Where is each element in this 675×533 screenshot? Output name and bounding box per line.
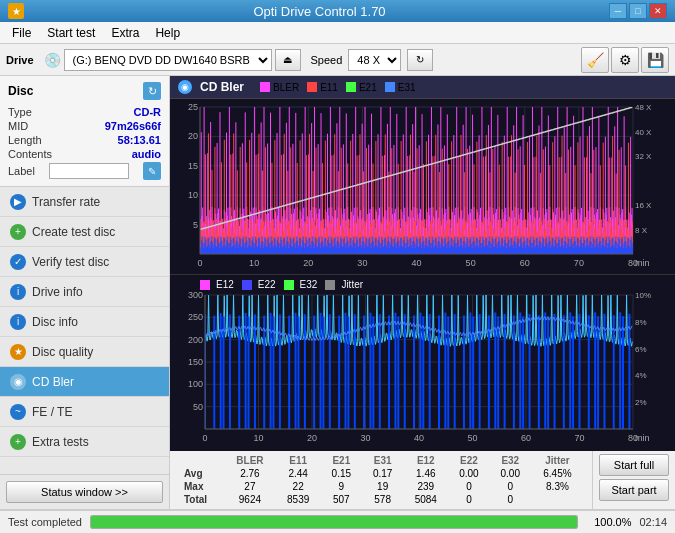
menubar: File Start test Extra Help bbox=[0, 22, 675, 44]
menu-help[interactable]: Help bbox=[147, 24, 188, 42]
sidebar-item-disc-quality[interactable]: ★ Disc quality bbox=[0, 337, 169, 367]
legend-bler-color bbox=[260, 82, 270, 92]
close-button[interactable]: ✕ bbox=[649, 3, 667, 19]
menu-extra[interactable]: Extra bbox=[103, 24, 147, 42]
speed-label: Speed bbox=[311, 54, 343, 66]
disc-label-input[interactable] bbox=[49, 163, 129, 179]
disc-mid-value: 97m26s66f bbox=[105, 120, 161, 132]
legend-e32-label: E32 bbox=[300, 279, 318, 290]
progress-bar bbox=[90, 515, 578, 529]
sidebar-item-disc-info-label: Disc info bbox=[32, 315, 78, 329]
status-window-button[interactable]: Status window >> bbox=[6, 481, 163, 503]
table-cell: 8539 bbox=[276, 493, 321, 506]
progress-text: 100.0% bbox=[586, 516, 631, 528]
top-legend: BLER E11 E21 E31 bbox=[260, 82, 416, 93]
col-bler: BLER bbox=[224, 454, 276, 467]
col-e22: E22 bbox=[448, 454, 489, 467]
table-cell: 0 bbox=[490, 493, 531, 506]
sidebar-item-transfer-rate[interactable]: ▶ Transfer rate bbox=[0, 187, 169, 217]
start-full-button[interactable]: Start full bbox=[599, 454, 669, 476]
bottom-area: BLER E11 E21 E31 E12 E22 E32 Jitter Avg2… bbox=[170, 450, 675, 509]
sidebar-item-cd-bler[interactable]: ◉ CD Bler bbox=[0, 367, 169, 397]
sidebar-item-verify-test-disc-label: Verify test disc bbox=[32, 255, 109, 269]
legend-e22-color bbox=[242, 280, 252, 290]
cd-bler-chart-icon: ◉ bbox=[178, 80, 192, 94]
content-area: ◉ CD Bler BLER E11 E21 E31 bbox=[170, 76, 675, 509]
disc-mid-label: MID bbox=[8, 120, 28, 132]
drive-select[interactable]: (G:) BENQ DVD DD DW1640 BSRB bbox=[64, 49, 272, 71]
drive-info-icon: i bbox=[10, 284, 26, 300]
menu-file[interactable]: File bbox=[4, 24, 39, 42]
disc-contents-value: audio bbox=[132, 148, 161, 160]
menu-start-test[interactable]: Start test bbox=[39, 24, 103, 42]
legend-e21-color bbox=[346, 82, 356, 92]
toolbar-icons: 🧹 ⚙ 💾 bbox=[581, 47, 669, 73]
disc-type-value: CD-R bbox=[134, 106, 162, 118]
disc-refresh-button[interactable]: ↻ bbox=[143, 82, 161, 100]
stats-table: BLER E11 E21 E31 E12 E22 E32 Jitter Avg2… bbox=[178, 454, 584, 506]
minimize-button[interactable]: ─ bbox=[609, 3, 627, 19]
col-jitter: Jitter bbox=[531, 454, 584, 467]
speed-select[interactable]: 48 X bbox=[348, 49, 401, 71]
table-row: Max2722919239008.3% bbox=[178, 480, 584, 493]
col-e32: E32 bbox=[490, 454, 531, 467]
sidebar-item-verify-test-disc[interactable]: ✓ Verify test disc bbox=[0, 247, 169, 277]
drive-label: Drive bbox=[6, 54, 34, 66]
legend-jitter: Jitter bbox=[325, 279, 363, 290]
sidebar-item-fe-te[interactable]: ~ FE / TE bbox=[0, 397, 169, 427]
sidebar-item-drive-info[interactable]: i Drive info bbox=[0, 277, 169, 307]
create-test-disc-icon: + bbox=[10, 224, 26, 240]
row-label: Avg bbox=[178, 467, 224, 480]
sidebar-item-transfer-rate-label: Transfer rate bbox=[32, 195, 100, 209]
disc-type-label: Type bbox=[8, 106, 32, 118]
table-cell: 1.46 bbox=[403, 467, 448, 480]
erase-button[interactable]: 🧹 bbox=[581, 47, 609, 73]
disc-length-label: Length bbox=[8, 134, 42, 146]
maximize-button[interactable]: □ bbox=[629, 3, 647, 19]
main-layout: Disc ↻ Type CD-R MID 97m26s66f Length 58… bbox=[0, 76, 675, 509]
sidebar: Disc ↻ Type CD-R MID 97m26s66f Length 58… bbox=[0, 76, 170, 509]
eject-button[interactable]: ⏏ bbox=[275, 49, 301, 71]
legend-e22-label: E22 bbox=[258, 279, 276, 290]
elapsed-time: 02:14 bbox=[639, 516, 667, 528]
verify-test-disc-icon: ✓ bbox=[10, 254, 26, 270]
drivebar: Drive 💿 (G:) BENQ DVD DD DW1640 BSRB ⏏ S… bbox=[0, 44, 675, 76]
transfer-rate-icon: ▶ bbox=[10, 194, 26, 210]
bottom-legend: E12 E22 E32 Jitter bbox=[200, 279, 363, 290]
table-cell: 2.44 bbox=[276, 467, 321, 480]
legend-e31: E31 bbox=[385, 82, 416, 93]
window-controls: ─ □ ✕ bbox=[609, 3, 667, 19]
sidebar-item-disc-info[interactable]: i Disc info bbox=[0, 307, 169, 337]
fe-te-icon: ~ bbox=[10, 404, 26, 420]
table-row: Avg2.762.440.150.171.460.000.006.45% bbox=[178, 467, 584, 480]
table-cell: 0.00 bbox=[448, 467, 489, 480]
disc-label-key: Label bbox=[8, 165, 35, 177]
table-cell: 8.3% bbox=[531, 480, 584, 493]
sidebar-item-extra-tests[interactable]: + Extra tests bbox=[0, 427, 169, 457]
legend-e12-label: E12 bbox=[216, 279, 234, 290]
table-cell: 9624 bbox=[224, 493, 276, 506]
cd-bler-icon: ◉ bbox=[10, 374, 26, 390]
start-part-button[interactable]: Start part bbox=[599, 479, 669, 501]
titlebar: ★ Opti Drive Control 1.70 ─ □ ✕ bbox=[0, 0, 675, 22]
disc-label-button[interactable]: ✎ bbox=[143, 162, 161, 180]
legend-bler: BLER bbox=[260, 82, 299, 93]
sidebar-item-create-test-disc[interactable]: + Create test disc bbox=[0, 217, 169, 247]
sidebar-item-create-test-disc-label: Create test disc bbox=[32, 225, 115, 239]
settings-button[interactable]: ⚙ bbox=[611, 47, 639, 73]
sidebar-item-cd-bler-label: CD Bler bbox=[32, 375, 74, 389]
app-icon: ★ bbox=[8, 3, 24, 19]
legend-e31-label: E31 bbox=[398, 82, 416, 93]
col-e31: E31 bbox=[362, 454, 403, 467]
table-cell: 0 bbox=[448, 493, 489, 506]
table-row: Total96248539507578508400 bbox=[178, 493, 584, 506]
legend-e12: E12 bbox=[200, 279, 234, 290]
disc-quality-icon: ★ bbox=[10, 344, 26, 360]
save-button[interactable]: 💾 bbox=[641, 47, 669, 73]
stats-section: BLER E11 E21 E31 E12 E22 E32 Jitter Avg2… bbox=[170, 451, 592, 509]
row-label: Max bbox=[178, 480, 224, 493]
refresh-speed-button[interactable]: ↻ bbox=[407, 49, 433, 71]
legend-e11-label: E11 bbox=[320, 82, 338, 93]
legend-jitter-color bbox=[325, 280, 335, 290]
disc-title: Disc bbox=[8, 84, 33, 98]
